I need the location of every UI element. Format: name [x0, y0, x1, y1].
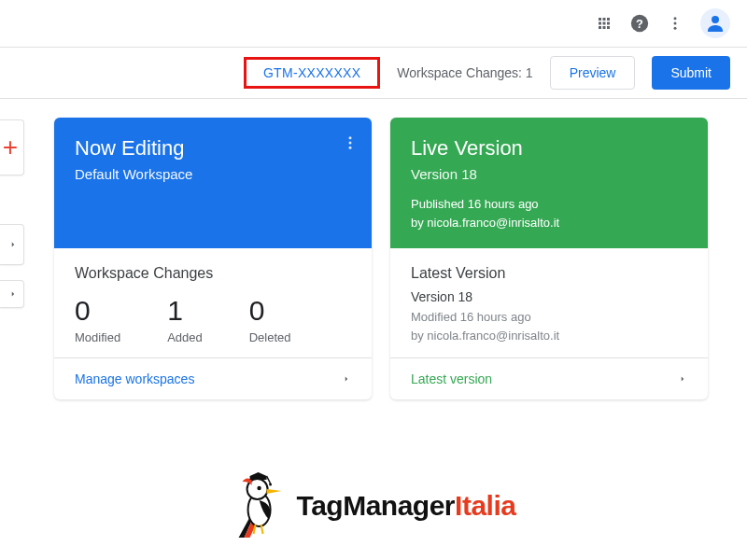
- sub-header: GTM-XXXXXXX Workspace Changes: 1 Preview…: [0, 47, 747, 99]
- svg-point-3: [674, 22, 677, 25]
- workspace-changes-body: Workspace Changes 0 Modified 1 Added 0 D…: [54, 248, 372, 357]
- workspace-changes-title: Workspace Changes: [75, 265, 351, 282]
- overview-cards: Now Editing Default Workspace Workspace …: [54, 118, 708, 399]
- latest-version-link-label: Latest version: [411, 371, 492, 386]
- preview-button[interactable]: Preview: [550, 56, 636, 90]
- stat-deleted-value: 0: [249, 295, 291, 327]
- svg-point-7: [349, 142, 352, 145]
- chevron-right-icon: [8, 286, 18, 302]
- now-editing-subtitle: Default Workspace: [75, 166, 351, 182]
- now-editing-card: Now Editing Default Workspace Workspace …: [54, 118, 372, 399]
- stat-added-value: 1: [167, 295, 203, 327]
- more-vert-icon[interactable]: [667, 15, 684, 32]
- latest-version-meta1: Modified 16 hours ago: [411, 308, 687, 327]
- svg-point-2: [674, 17, 677, 20]
- published-by-line: by nicola.franco@inrisalto.it: [411, 214, 559, 232]
- stat-deleted-label: Deleted: [249, 330, 291, 344]
- help-icon[interactable]: ?: [629, 13, 650, 34]
- container-id[interactable]: GTM-XXXXXXX: [244, 57, 380, 89]
- live-version-header: Live Version Version 18 Published 16 hou…: [390, 118, 708, 248]
- svg-point-16: [257, 486, 261, 490]
- top-app-bar: ?: [0, 0, 747, 47]
- svg-marker-15: [267, 489, 282, 494]
- chevron-right-icon: [678, 374, 687, 384]
- svg-rect-11: [250, 476, 267, 480]
- workspace-changes-count: Workspace Changes: 1: [397, 65, 532, 80]
- chevron-right-icon: [8, 236, 18, 253]
- latest-version-body: Latest Version Version 18 Modified 16 ho…: [390, 248, 708, 357]
- stat-added: 1 Added: [167, 295, 203, 344]
- manage-workspaces-link[interactable]: Manage workspaces: [54, 357, 372, 399]
- woodpecker-icon: [232, 472, 288, 539]
- account-avatar[interactable]: [700, 8, 730, 38]
- latest-version-sub: Version 18: [411, 289, 687, 304]
- svg-point-6: [349, 136, 352, 139]
- stat-added-label: Added: [167, 330, 203, 344]
- now-editing-header: Now Editing Default Workspace: [54, 118, 372, 248]
- branding-text-part2: Italia: [455, 490, 515, 521]
- branding-logo: TagManagerItalia: [232, 472, 516, 539]
- left-rail-item-1[interactable]: [0, 224, 24, 265]
- apps-icon[interactable]: [596, 15, 613, 32]
- plus-icon: +: [3, 134, 18, 161]
- latest-version-link[interactable]: Latest version: [390, 357, 708, 399]
- branding-text-part1: TagManager: [297, 490, 455, 521]
- svg-line-13: [267, 476, 271, 483]
- left-rail-add[interactable]: +: [0, 119, 24, 175]
- svg-text:?: ?: [636, 17, 643, 31]
- latest-version-title: Latest Version: [411, 265, 687, 282]
- branding-text: TagManagerItalia: [297, 490, 516, 522]
- submit-button[interactable]: Submit: [652, 56, 730, 90]
- card-menu-icon[interactable]: [342, 134, 359, 155]
- chevron-right-icon: [342, 374, 351, 384]
- svg-point-4: [674, 27, 677, 30]
- now-editing-title: Now Editing: [75, 136, 351, 161]
- published-line: Published 16 hours ago: [411, 195, 559, 214]
- left-rail-item-2[interactable]: [0, 280, 24, 308]
- stat-modified: 0 Modified: [75, 295, 120, 344]
- latest-version-meta2: by nicola.franco@inrisalto.it: [411, 327, 687, 345]
- live-version-subtitle: Version 18: [411, 166, 687, 182]
- svg-point-5: [712, 16, 719, 23]
- manage-workspaces-label: Manage workspaces: [75, 371, 194, 386]
- live-version-title: Live Version: [411, 136, 687, 161]
- stat-modified-value: 0: [75, 295, 120, 327]
- svg-point-8: [349, 147, 352, 149]
- live-version-card: Live Version Version 18 Published 16 hou…: [390, 118, 708, 399]
- stat-deleted: 0 Deleted: [249, 295, 291, 344]
- svg-point-14: [269, 483, 272, 486]
- stat-modified-label: Modified: [75, 330, 120, 344]
- svg-marker-12: [250, 472, 267, 476]
